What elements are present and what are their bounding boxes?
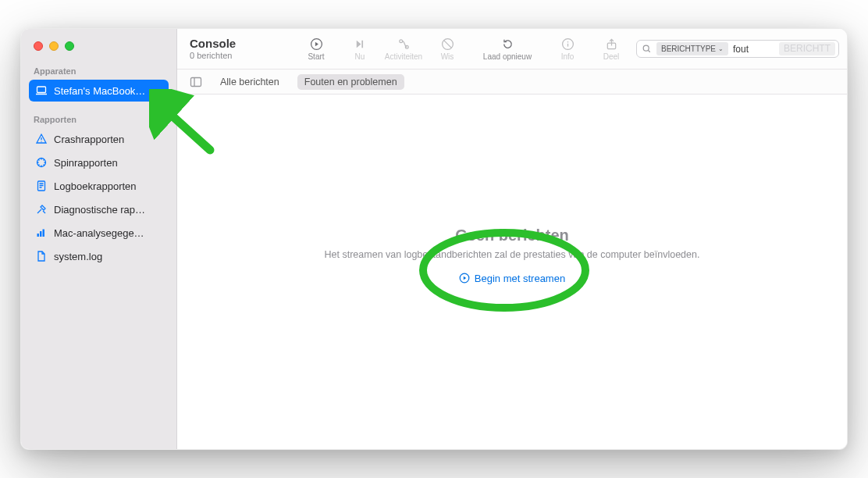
toolbar-label: Deel [603, 52, 620, 61]
svg-rect-0 [37, 87, 46, 93]
toolbar-start-button[interactable]: Start [297, 33, 335, 66]
window-controls [21, 29, 176, 63]
svg-point-12 [567, 41, 568, 42]
svg-rect-6 [43, 230, 44, 237]
sidebar-item-label: Logboekrapporten [54, 180, 137, 192]
file-icon [35, 250, 48, 262]
sidebar-item-diag[interactable]: Diagnostische rap… [29, 198, 169, 220]
toolbar-now-button[interactable]: Nu [341, 33, 379, 66]
sidebar-item-analytics[interactable]: Mac-analysegege… [29, 222, 169, 244]
svg-point-14 [643, 45, 649, 51]
sidebar-section-reports: Rapporten [21, 112, 176, 127]
sidebar-item-label: Diagnostische rap… [54, 204, 145, 216]
sidebar-item-crash[interactable]: Crashrapporten [29, 128, 169, 150]
toolbar: Console 0 berichten Start [177, 29, 847, 70]
begin-streaming-link[interactable]: Begin met streamen [459, 273, 565, 284]
search-token[interactable]: BERICHTTYPE ⌄ [656, 42, 728, 55]
sidebar-item-systemlog[interactable]: system.log [29, 245, 169, 267]
svg-rect-4 [37, 234, 39, 237]
toolbar-label: Activiteiten [385, 52, 422, 61]
filter-tab-all[interactable]: Alle berichten [213, 74, 286, 90]
sidebar-item-spin[interactable]: Spinrapporten [29, 152, 169, 173]
content-area: Geen berichten Het streamen van logbesta… [177, 95, 847, 449]
tools-icon [35, 203, 48, 216]
toolbar-label: Wis [441, 52, 454, 61]
play-circle-icon [310, 37, 323, 51]
clear-circle-icon [441, 37, 454, 51]
chevron-down-icon: ⌄ [718, 42, 724, 55]
sidebar-section-devices: Apparaten [21, 63, 176, 79]
begin-streaming-label: Begin met streamen [475, 273, 565, 284]
empty-heading: Geen berichten [325, 227, 700, 244]
skip-forward-icon [354, 37, 367, 51]
share-icon [605, 37, 618, 51]
close-window-button[interactable] [34, 41, 43, 51]
sidebar-item-label: Crashrapporten [54, 134, 124, 145]
activities-icon [397, 37, 411, 51]
svg-point-1 [41, 141, 41, 142]
reload-icon [501, 37, 514, 51]
toolbar-clear-button[interactable]: Wis [429, 33, 466, 66]
filter-bar: Alle berichten Fouten en problemen [177, 70, 847, 95]
toolbar-label: Info [561, 52, 575, 61]
window-title: Console [190, 37, 236, 51]
svg-rect-5 [40, 231, 41, 237]
toolbar-info-button[interactable]: Info [549, 33, 586, 66]
toolbar-reload-button[interactable]: Laad opnieuw [472, 33, 542, 66]
toolbar-label: Nu [355, 52, 365, 61]
sidebar-device-item[interactable]: Stefan's MacBook… [29, 80, 169, 102]
toolbar-label: Laad opnieuw [483, 52, 532, 61]
sidebar-item-label: Stefan's MacBook… [54, 85, 145, 97]
main-area: Console 0 berichten Start [177, 29, 847, 449]
fullscreen-window-button[interactable] [65, 41, 74, 51]
info-circle-icon [561, 37, 575, 51]
play-circle-icon [459, 273, 470, 284]
svg-point-8 [399, 39, 402, 42]
search-field[interactable]: BERICHTTYPE ⌄ fout BERICHTT [636, 40, 839, 58]
empty-body: Het streamen van logbestandberichten zal… [325, 249, 700, 260]
empty-state: Geen berichten Het streamen van logbesta… [325, 227, 700, 318]
sidebar: Apparaten Stefan's MacBook… Rapporten Cr… [21, 29, 177, 449]
toolbar-label: Start [308, 52, 324, 61]
minimize-window-button[interactable] [49, 41, 59, 51]
spinner-icon [35, 156, 48, 169]
search-token-label: BERICHTTYPE [661, 42, 716, 55]
sidebar-item-label: Mac-analysegege… [54, 227, 144, 239]
window-subtitle: 0 berichten [190, 51, 236, 60]
svg-rect-15 [191, 77, 201, 86]
toolbar-activities-button[interactable]: Activiteiten [385, 33, 422, 66]
sidebar-toggle-icon[interactable] [190, 76, 202, 88]
report-icon [35, 180, 48, 192]
search-trailing-token: BERICHTT [779, 42, 835, 55]
search-icon [642, 44, 652, 54]
sidebar-item-label: Spinrapporten [54, 157, 118, 169]
warning-triangle-icon [35, 133, 48, 145]
filter-tab-errors[interactable]: Fouten en problemen [297, 74, 404, 90]
sidebar-item-log[interactable]: Logboekrapporten [29, 175, 169, 197]
search-query-text: fout [733, 44, 749, 55]
sidebar-item-label: system.log [54, 251, 102, 262]
console-window: Apparaten Stefan's MacBook… Rapporten Cr… [20, 28, 848, 450]
laptop-icon [35, 84, 48, 97]
window-title-box: Console 0 berichten [190, 37, 236, 60]
toolbar-share-button[interactable]: Deel [592, 33, 630, 66]
bar-chart-icon [35, 227, 48, 239]
